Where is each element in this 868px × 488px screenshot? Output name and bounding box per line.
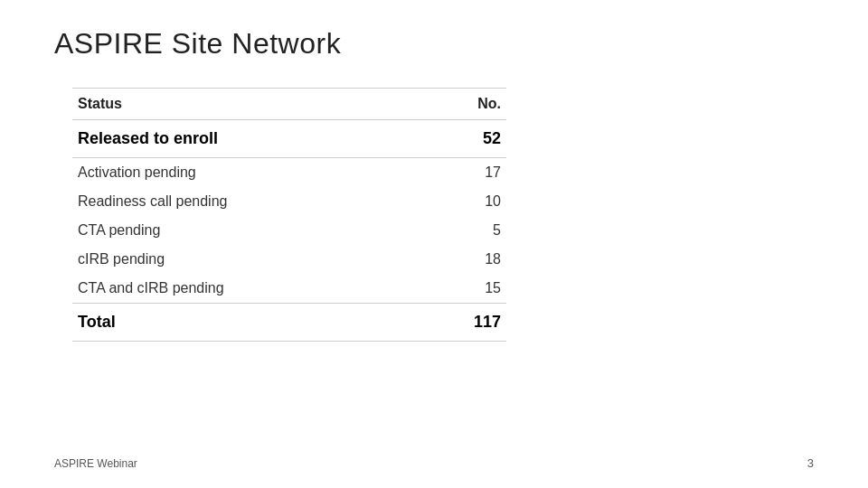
footer: ASPIRE Webinar 3: [54, 456, 814, 470]
no-cell: 15: [423, 274, 506, 304]
table-body: Released to enroll52Activation pending17…: [72, 120, 506, 342]
status-column-header: Status: [72, 89, 423, 120]
table-row: Total117: [72, 304, 506, 342]
no-cell: 18: [423, 245, 506, 274]
table-row: Released to enroll52: [72, 120, 506, 158]
no-cell: 117: [423, 304, 506, 342]
page-container: ASPIRE Site Network Status No. Released …: [0, 0, 868, 488]
footer-page-number: 3: [807, 456, 814, 470]
table-row: CTA and cIRB pending15: [72, 274, 506, 304]
no-cell: 52: [423, 120, 506, 158]
no-cell: 5: [423, 216, 506, 245]
status-cell: CTA pending: [72, 216, 423, 245]
no-cell: 17: [423, 158, 506, 188]
footer-label: ASPIRE Webinar: [54, 457, 137, 470]
table-row: CTA pending5: [72, 216, 506, 245]
status-cell: Total: [72, 304, 423, 342]
page-title: ASPIRE Site Network: [54, 27, 814, 61]
no-cell: 10: [423, 187, 506, 216]
table-header-row: Status No.: [72, 89, 506, 120]
status-cell: CTA and cIRB pending: [72, 274, 423, 304]
table-row: Activation pending17: [72, 158, 506, 188]
status-cell: Readiness call pending: [72, 187, 423, 216]
table-row: cIRB pending18: [72, 245, 506, 274]
status-table: Status No. Released to enroll52Activatio…: [72, 88, 506, 342]
no-column-header: No.: [423, 89, 506, 120]
table-container: Status No. Released to enroll52Activatio…: [72, 88, 506, 342]
table-row: Readiness call pending10: [72, 187, 506, 216]
status-cell: Activation pending: [72, 158, 423, 188]
status-cell: cIRB pending: [72, 245, 423, 274]
status-cell: Released to enroll: [72, 120, 423, 158]
